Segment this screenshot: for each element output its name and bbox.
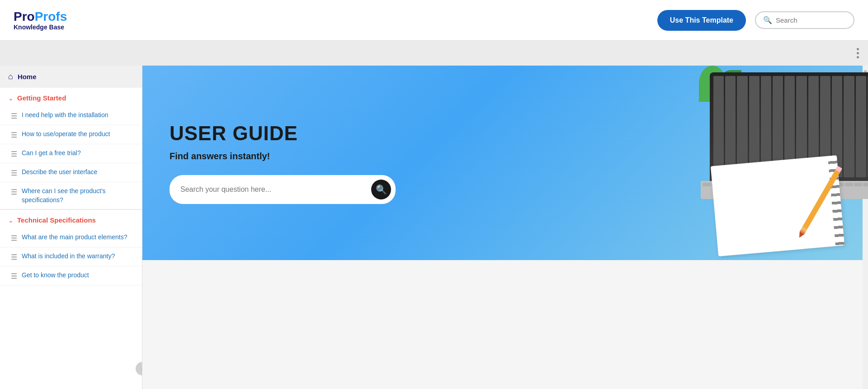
logo: ProProfs Knowledge Base (14, 10, 67, 30)
hero-search-box[interactable]: 🔍 (170, 175, 396, 204)
list-item[interactable]: ☰ What is included in the warranty? (0, 247, 142, 266)
sidebar-item-home[interactable]: ⌂ Home (0, 66, 142, 88)
sidebar-home-label: Home (18, 73, 37, 81)
search-icon: 🔍 (763, 16, 772, 24)
sidebar-collapse-button[interactable]: ‹ (136, 362, 142, 375)
header-search-input[interactable] (776, 16, 846, 24)
use-template-button[interactable]: Use This Template (657, 10, 746, 31)
sidebar-item-label: What are the main product elements? (22, 233, 127, 242)
sidebar-item-label: Can I get a free trial? (22, 149, 81, 158)
sidebar-item-label: I need help with the installation (22, 111, 108, 120)
list-item[interactable]: ☰ Get to know the product (0, 266, 142, 285)
sub-header (0, 41, 868, 66)
header-search-box[interactable]: 🔍 (755, 11, 854, 29)
hero-subtitle: Find answers instantly! (170, 151, 396, 161)
sidebar-section-getting-started[interactable]: ⌄ Getting Started (0, 88, 142, 106)
sidebar-item-label: Get to know the product (22, 271, 89, 280)
document-icon: ☰ (11, 112, 17, 120)
sidebar-item-label: Describe the user interface (22, 168, 97, 177)
hero-search-input[interactable] (180, 185, 367, 194)
document-icon: ☰ (11, 188, 17, 196)
hero-decoration (469, 66, 868, 260)
hero-banner: USER GUIDE Find answers instantly! 🔍 (142, 66, 868, 260)
list-item[interactable]: ☰ I need help with the installation (0, 106, 142, 125)
list-item[interactable]: ☰ How to use/operate the product (0, 125, 142, 144)
hero-search-button[interactable]: 🔍 (371, 180, 391, 199)
logo-profs: Profs (35, 9, 67, 24)
logo-pro: Pro (14, 9, 35, 24)
sidebar-item-label: What is included in the warranty? (22, 252, 115, 261)
home-icon: ⌂ (8, 72, 13, 81)
hero-content: USER GUIDE Find answers instantly! 🔍 (142, 95, 423, 231)
document-icon: ☰ (11, 234, 17, 242)
document-icon: ☰ (11, 131, 17, 139)
chevron-icon: ⌄ (8, 217, 14, 224)
document-icon: ☰ (11, 253, 17, 261)
list-item[interactable]: ☰ Where can I see the product's specific… (0, 182, 142, 209)
section-title-getting-started: Getting Started (17, 94, 66, 102)
sidebar: ⌂ Home ⌄ Getting Started ☰ I need help w… (0, 66, 142, 389)
document-icon: ☰ (11, 150, 17, 158)
list-item[interactable]: ☰ Describe the user interface (0, 163, 142, 182)
notebook-decoration (711, 155, 844, 256)
logo-sub: Knowledge Base (14, 24, 67, 30)
logo-text: ProProfs (14, 10, 67, 23)
hero-title: USER GUIDE (170, 122, 396, 145)
search-icon: 🔍 (376, 184, 387, 195)
document-icon: ☰ (11, 169, 17, 177)
section-title-technical: Technical Specifications (17, 216, 96, 224)
header: ProProfs Knowledge Base Use This Templat… (0, 0, 868, 41)
main-layout: ⌂ Home ⌄ Getting Started ☰ I need help w… (0, 66, 868, 389)
header-right: Use This Template 🔍 (657, 10, 854, 31)
chevron-icon: ⌄ (8, 95, 14, 102)
content-area: USER GUIDE Find answers instantly! 🔍 (142, 66, 868, 389)
document-icon: ☰ (11, 272, 17, 280)
more-options-icon[interactable] (857, 48, 859, 58)
list-item[interactable]: ☰ What are the main product elements? (0, 228, 142, 247)
sidebar-item-label: Where can I see the product's specificat… (22, 187, 134, 204)
sidebar-item-label: How to use/operate the product (22, 130, 110, 139)
list-item[interactable]: ☰ Can I get a free trial? (0, 144, 142, 163)
sidebar-section-technical[interactable]: ⌄ Technical Specifications (0, 210, 142, 228)
